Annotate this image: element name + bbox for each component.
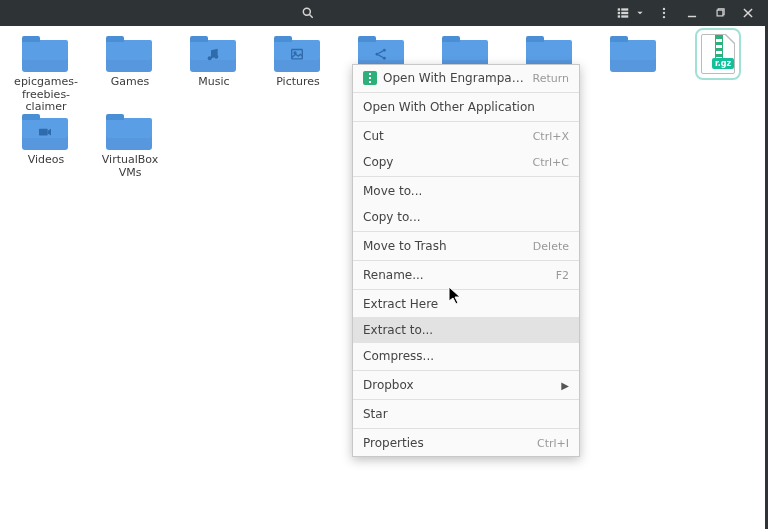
menu-label: Rename... bbox=[363, 268, 550, 282]
folder-item[interactable] bbox=[602, 36, 666, 114]
menu-label: Extract Here bbox=[363, 297, 569, 311]
svg-point-21 bbox=[383, 57, 386, 60]
folder-icon bbox=[190, 40, 236, 72]
menu-label: Compress... bbox=[363, 349, 569, 363]
menu-star[interactable]: Star bbox=[353, 401, 579, 427]
svg-rect-12 bbox=[717, 10, 723, 16]
folder-item[interactable]: VirtualBox VMs bbox=[98, 114, 162, 179]
menu-accel: Ctrl+X bbox=[533, 130, 569, 143]
item-label: Music bbox=[182, 76, 246, 89]
svg-point-20 bbox=[383, 49, 386, 52]
menu-accel: Ctrl+C bbox=[533, 156, 569, 169]
svg-point-9 bbox=[663, 12, 665, 14]
menu-accel: Delete bbox=[533, 240, 569, 253]
svg-rect-3 bbox=[621, 8, 628, 10]
folder-item[interactable]: Videos bbox=[14, 114, 78, 179]
svg-point-0 bbox=[303, 8, 310, 15]
menu-label: Open With Other Application bbox=[363, 100, 569, 114]
view-list-icon[interactable] bbox=[614, 4, 632, 22]
item-label: Pictures bbox=[266, 76, 330, 89]
folder-icon bbox=[610, 40, 656, 72]
context-menu: Open With Engrampa Archive Manager Retur… bbox=[352, 64, 580, 457]
menu-label: Move to... bbox=[363, 184, 569, 198]
svg-point-16 bbox=[214, 55, 218, 59]
svg-point-15 bbox=[208, 56, 212, 60]
menu-accel: Return bbox=[532, 72, 569, 85]
menu-dropbox[interactable]: Dropbox ▶ bbox=[353, 372, 579, 398]
menu-label: Move to Trash bbox=[363, 239, 527, 253]
item-label: VirtualBox VMs bbox=[98, 154, 162, 179]
archive-badge: r.gz bbox=[712, 58, 734, 69]
menu-label: Cut bbox=[363, 129, 527, 143]
svg-point-19 bbox=[376, 53, 379, 56]
share-icon bbox=[373, 46, 389, 66]
menu-label: Star bbox=[363, 407, 569, 421]
svg-rect-22 bbox=[39, 129, 48, 136]
folder-icon bbox=[22, 40, 68, 72]
svg-line-1 bbox=[309, 14, 312, 17]
folder-icon bbox=[274, 40, 320, 72]
menu-label: Open With Engrampa Archive Manager bbox=[383, 71, 526, 85]
svg-rect-4 bbox=[618, 12, 620, 14]
folder-item[interactable]: Music bbox=[182, 36, 246, 114]
close-icon[interactable] bbox=[739, 4, 757, 22]
music-icon bbox=[205, 46, 221, 66]
archive-item[interactable]: r.gz bbox=[686, 36, 750, 114]
folder-icon bbox=[22, 118, 68, 150]
svg-rect-2 bbox=[618, 8, 620, 10]
folder-icon bbox=[106, 40, 152, 72]
menu-copy[interactable]: Copy Ctrl+C bbox=[353, 149, 579, 175]
menu-copy-to[interactable]: Copy to... bbox=[353, 204, 579, 230]
menu-extract-to[interactable]: Extract to... bbox=[353, 317, 579, 343]
image-icon bbox=[289, 46, 305, 66]
menu-properties[interactable]: Properties Ctrl+I bbox=[353, 430, 579, 456]
menu-open-with-other[interactable]: Open With Other Application bbox=[353, 94, 579, 120]
menu-accel: F2 bbox=[556, 269, 569, 282]
folder-item[interactable]: Pictures bbox=[266, 36, 330, 114]
search-icon[interactable] bbox=[299, 4, 317, 22]
svg-rect-7 bbox=[621, 15, 628, 17]
item-label: Games bbox=[98, 76, 162, 89]
chevron-down-icon[interactable] bbox=[635, 4, 645, 22]
menu-label: Copy to... bbox=[363, 210, 569, 224]
minimize-icon[interactable] bbox=[683, 4, 701, 22]
svg-point-8 bbox=[663, 8, 665, 10]
archive-icon: r.gz bbox=[701, 34, 735, 74]
svg-point-10 bbox=[663, 16, 665, 18]
menu-compress[interactable]: Compress... bbox=[353, 343, 579, 369]
menu-move-to-trash[interactable]: Move to Trash Delete bbox=[353, 233, 579, 259]
more-vertical-icon[interactable] bbox=[655, 4, 673, 22]
chevron-right-icon: ▶ bbox=[561, 380, 569, 391]
svg-rect-6 bbox=[618, 15, 620, 17]
menu-label: Dropbox bbox=[363, 378, 555, 392]
menu-label: Properties bbox=[363, 436, 531, 450]
item-label: Videos bbox=[14, 154, 78, 167]
menu-accel: Ctrl+I bbox=[537, 437, 569, 450]
restore-icon[interactable] bbox=[711, 4, 729, 22]
video-icon bbox=[37, 124, 53, 144]
menu-rename[interactable]: Rename... F2 bbox=[353, 262, 579, 288]
menu-cut[interactable]: Cut Ctrl+X bbox=[353, 123, 579, 149]
menu-open-with-default[interactable]: Open With Engrampa Archive Manager Retur… bbox=[353, 65, 579, 91]
archive-icon bbox=[363, 71, 377, 85]
menu-label: Extract to... bbox=[363, 323, 569, 337]
menu-label: Copy bbox=[363, 155, 527, 169]
folder-item[interactable]: epicgames-freebies-claimer bbox=[14, 36, 78, 114]
toolbar bbox=[0, 0, 768, 26]
menu-extract-here[interactable]: Extract Here bbox=[353, 291, 579, 317]
item-label: epicgames-freebies-claimer bbox=[14, 76, 78, 114]
svg-rect-5 bbox=[621, 12, 628, 14]
menu-move-to[interactable]: Move to... bbox=[353, 178, 579, 204]
folder-item[interactable]: Games bbox=[98, 36, 162, 114]
folder-icon bbox=[106, 118, 152, 150]
